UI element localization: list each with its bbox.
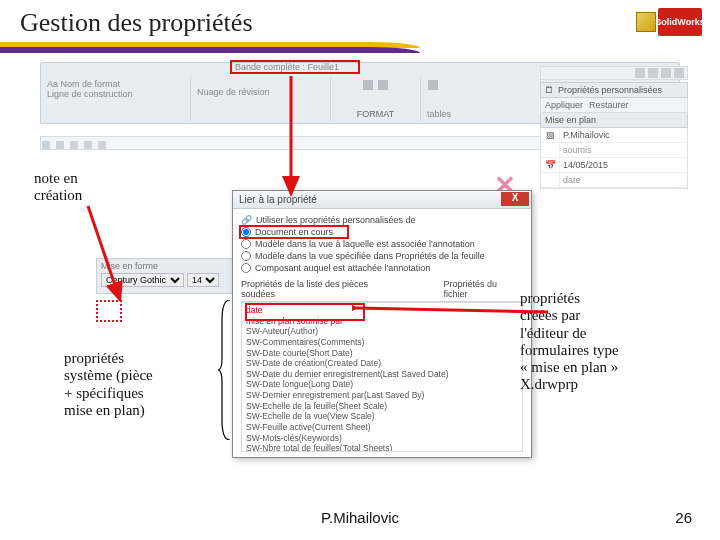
property-list-item[interactable]: SW-Date longue(Long Date) [246, 379, 518, 390]
font-select[interactable]: Century Gothic [101, 273, 184, 287]
panel-mini-toolbar [540, 66, 688, 80]
radio-input[interactable] [241, 263, 251, 273]
property-list-item[interactable]: SW-Echelle de la vue(View Scale) [246, 411, 518, 422]
property-list-item[interactable]: SW-Echelle de la feuille(Sheet Scale) [246, 401, 518, 412]
mini-tool-icon[interactable] [661, 68, 671, 78]
ribbon-item[interactable]: Ligne de construction [47, 89, 184, 99]
dialog-section-label: 🔗 Utiliser les propriétés personnalisées… [241, 215, 523, 225]
dialog-titlebar: Lier à la propriété X [233, 191, 531, 209]
tool-icon[interactable] [56, 141, 64, 149]
list-header-weld: Propriétés de la liste des pièces soudée… [241, 279, 404, 299]
panel-header: 🗒 Propriétés personnalisées [540, 82, 688, 98]
radio-view-model[interactable]: Modèle dans la vue à laquelle est associ… [241, 239, 523, 249]
tables-icon[interactable] [428, 80, 438, 90]
field-value[interactable]: 14/05/2015 [559, 158, 687, 172]
annotation-note-creation: note en création [34, 170, 154, 205]
mini-tool-icon[interactable] [674, 68, 684, 78]
ribbon-group-2: Nuage de révision [191, 77, 331, 121]
property-list-item[interactable]: SW-Commentaires(Comments) [246, 337, 518, 348]
highlight-custom-props [245, 303, 365, 321]
property-list-item[interactable]: SW-Feuille active(Current Sheet) [246, 422, 518, 433]
field-icon: ▧ [541, 130, 559, 140]
field-soumis-label: soumis [541, 143, 687, 158]
reset-button[interactable]: Restaurer [589, 100, 629, 110]
close-button[interactable]: X [501, 192, 529, 206]
field-soumis: ▧ P.Mihailovic [541, 128, 687, 143]
property-list-item[interactable]: SW-Dernier enregistrement par(Last Saved… [246, 390, 518, 401]
properties-panel: 🗒 Propriétés personnalisées Appliquer Re… [540, 130, 688, 189]
tool-icon[interactable] [70, 141, 78, 149]
ribbon-group-format: FORMAT [331, 77, 421, 121]
footer-page-number: 26 [675, 509, 692, 526]
properties-icon: 🗒 [545, 85, 554, 95]
radio-sheet-model[interactable]: Modèle dans la vue spécifiée dans Propri… [241, 251, 523, 261]
property-dropdown-list[interactable]: datemise en plan soumise parSW-Auteur(Au… [241, 302, 523, 452]
field-date-label: date [541, 173, 687, 188]
dialog-title: Lier à la propriété [239, 194, 317, 205]
format-icon[interactable] [378, 80, 388, 90]
selection-marker [96, 300, 122, 322]
tool-icon[interactable] [98, 141, 106, 149]
field-label: soumis [559, 143, 687, 157]
link-property-dialog: Lier à la propriété X 🔗 Utiliser les pro… [232, 190, 532, 458]
tool-icon[interactable] [84, 141, 92, 149]
list-header-file: Propriétés du fichier [444, 279, 524, 299]
property-list-item[interactable]: SW-Date courte(Short Date) [246, 348, 518, 359]
panel-title: Propriétés personnalisées [558, 85, 662, 95]
mini-tool-icon[interactable] [635, 68, 645, 78]
property-list-item[interactable]: SW-Date du dernier enregistrement(Last S… [246, 369, 518, 380]
logo-text: SolidWorks [658, 8, 702, 36]
field-date: 📅 14/05/2015 [541, 158, 687, 173]
property-list-item[interactable]: SW-Auteur(Author) [246, 326, 518, 337]
format-icon[interactable] [363, 80, 373, 90]
footer-author: P.Mihailovic [0, 509, 720, 526]
mini-tool-icon[interactable] [648, 68, 658, 78]
ribbon-item[interactable]: Nuage de révision [197, 87, 324, 97]
annotation-system-props: propriétés système (pièce + spécifiques … [64, 350, 214, 419]
calendar-icon: 📅 [541, 160, 559, 170]
format-panel-title: Mise en forme [101, 261, 251, 271]
field-value[interactable]: P.Mihailovic [559, 128, 687, 142]
tool-icon[interactable] [42, 141, 50, 149]
radio-input[interactable] [241, 239, 251, 249]
highlight-current-doc [239, 225, 349, 239]
property-list-item[interactable]: SW-Nbre total de feuilles(Total Sheets) [246, 443, 518, 452]
secondary-toolbar [40, 136, 560, 150]
ribbon-group-label: tables [427, 109, 451, 119]
radio-component[interactable]: Composant auquel est attachée l'annotati… [241, 263, 523, 273]
ribbon-group-tables: tables [421, 77, 541, 121]
ribbon-group-label: FORMAT [331, 109, 420, 119]
property-list-item[interactable]: SW-Date de création(Created Date) [246, 358, 518, 369]
page-title: Gestion des propriétés [20, 8, 720, 38]
solidworks-logo: SolidWorks [636, 4, 708, 40]
field-label: date [559, 173, 687, 187]
curly-brace-icon [218, 300, 232, 440]
logo-cube-icon [636, 12, 656, 32]
decorative-curve [0, 42, 420, 54]
ribbon-group-1: Aa Nom de format Ligne de construction [41, 77, 191, 121]
ribbon-item[interactable]: Aa Nom de format [47, 79, 184, 89]
link-icon: 🔗 [241, 215, 252, 225]
highlight-sheet-tab: Bande complète : Feuille1 [230, 60, 360, 74]
panel-tab[interactable]: Mise en plan [540, 113, 688, 128]
radio-input[interactable] [241, 251, 251, 261]
size-select[interactable]: 14 [187, 273, 219, 287]
property-list-item[interactable]: SW-Mots-clés(Keywords) [246, 433, 518, 444]
highlight-text: Bande complète : Feuille1 [232, 62, 358, 72]
apply-button[interactable]: Appliquer [545, 100, 583, 110]
annotation-created-props: propriétés créées par l'éditeur de formu… [520, 290, 690, 394]
